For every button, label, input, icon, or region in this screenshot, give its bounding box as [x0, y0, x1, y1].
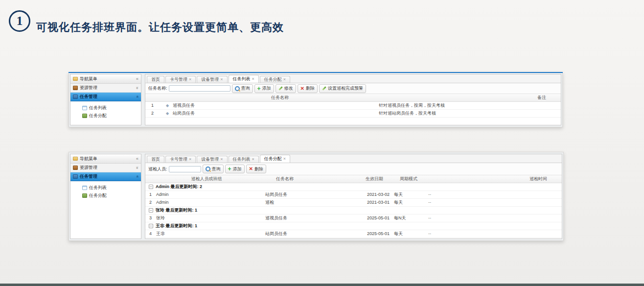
- inspector-label: 巡检人员:: [148, 166, 167, 172]
- tab-home[interactable]: 首页: [147, 76, 164, 83]
- chevron-up-icon[interactable]: «: [135, 175, 139, 178]
- close-tab-icon[interactable]: ×: [220, 77, 223, 82]
- query-button[interactable]: 查询: [203, 165, 224, 173]
- search-icon: [235, 86, 240, 91]
- button-label: 设置巡检完成预警: [328, 85, 363, 92]
- sidebar-item-task-list[interactable]: 任务列表: [70, 184, 141, 191]
- tab-task-assign[interactable]: 任务分配×: [260, 155, 290, 163]
- sidebar-item-label: 任务分配: [89, 192, 107, 199]
- plus-icon: +: [228, 166, 231, 172]
- tab-label: 首页: [151, 156, 160, 163]
- column-header-task-name[interactable]: 任务名称: [236, 175, 334, 183]
- sidebar-item-task-assign[interactable]: 任务分配: [70, 191, 141, 199]
- table-row[interactable]: 2 ◆ 站岗员任务 针对巡站岗员任务，按天考核: [145, 110, 561, 118]
- tab-device-manage[interactable]: 设备管理×: [197, 156, 227, 163]
- tab-label: 设备管理: [201, 156, 219, 163]
- delete-button[interactable]: ✕删除: [298, 84, 318, 93]
- group-row[interactable]: − 张玲 最后更新时间: 1: [145, 207, 562, 214]
- table-header-row: 巡检人员或班组 任务名称 生效日期 周期模式 巡检时间: [145, 175, 562, 183]
- pencil-icon: [278, 86, 282, 90]
- add-button[interactable]: +添加: [225, 165, 245, 173]
- chevron-down-icon[interactable]: «: [135, 167, 139, 169]
- cell-person: Admin: [156, 199, 169, 206]
- column-header-time[interactable]: 巡检时间: [514, 175, 562, 183]
- task-name-input[interactable]: [169, 85, 230, 92]
- tab-label: 设备管理: [201, 76, 219, 83]
- nav-menu-header: 导航菜单 «: [70, 154, 141, 164]
- close-tab-icon[interactable]: ×: [283, 77, 286, 82]
- cell-inspection-time: --: [428, 214, 431, 222]
- cell-cycle-mode: 每天: [394, 191, 403, 198]
- cell-row-number: 1: [151, 102, 154, 109]
- chevron-down-icon[interactable]: «: [135, 87, 139, 89]
- cell-cycle-mode: 每天: [394, 230, 403, 238]
- slide-canvas: 1 可视化任务排班界面。让任务设置更简单、更高效 导航菜单 « 资源管理 « 任…: [0, 0, 644, 286]
- sidebar-item-list: 任务列表 任务分配: [70, 181, 141, 199]
- close-tab-icon[interactable]: ×: [220, 157, 223, 162]
- sidebar-group-task[interactable]: 任务管理 «: [70, 93, 141, 101]
- main-panel: 首页 卡号管理× 设备管理× 任务列表× 任务分配× 巡检人员: 查询 +添加 …: [145, 154, 562, 239]
- column-header-remark[interactable]: 备注: [522, 94, 561, 101]
- table-row[interactable]: 1 Admin 站岗员任务 2021-03-02 每天 --: [145, 191, 562, 199]
- collapse-group-icon[interactable]: −: [149, 208, 153, 213]
- cell-task-name: 巡视员任务: [265, 214, 287, 222]
- sidebar-item-task-list[interactable]: 任务列表: [70, 104, 141, 112]
- sidebar-group-resource[interactable]: 资源管理 «: [70, 164, 141, 172]
- tab-task-list[interactable]: 任务列表×: [229, 156, 259, 163]
- tab-card-manage[interactable]: 卡号管理×: [165, 76, 196, 83]
- tab-task-assign[interactable]: 任务分配×: [260, 76, 290, 83]
- close-tab-icon[interactable]: ×: [189, 77, 191, 82]
- tab-card-manage[interactable]: 卡号管理×: [165, 156, 196, 163]
- tab-device-manage[interactable]: 设备管理×: [197, 76, 227, 83]
- column-header-task-name[interactable]: 任务名称: [145, 94, 414, 101]
- delete-icon: ✕: [249, 167, 253, 171]
- table-row[interactable]: 2 Admin 巡检 2021-03-01 每天 --: [145, 199, 562, 207]
- folder-icon: [73, 77, 78, 81]
- tab-task-list[interactable]: 任务列表×: [229, 75, 259, 83]
- sidebar-group-label: 任务管理: [80, 94, 134, 100]
- task-list-icon: [82, 106, 87, 110]
- sidebar-item-task-assign[interactable]: 任务分配: [70, 112, 141, 119]
- delete-button[interactable]: ✕删除: [246, 165, 266, 173]
- cell-row-number: 2: [149, 199, 152, 206]
- button-label: 查询: [212, 166, 221, 172]
- delete-icon: ✕: [300, 86, 304, 91]
- table-row[interactable]: 1 ◆ 巡视员任务 针对巡视员任务，按周，按天考核: [145, 102, 561, 110]
- close-tab-icon[interactable]: ×: [189, 157, 191, 162]
- table-row[interactable]: 3 张玲 巡视员任务 2025-05-01 每N天 --: [145, 214, 562, 222]
- cell-effective-date: 2021-03-01: [367, 199, 390, 206]
- cell-inspection-time: --: [428, 230, 431, 238]
- inspector-input[interactable]: [169, 166, 201, 172]
- tab-home[interactable]: 首页: [147, 156, 164, 163]
- sidebar-group-task[interactable]: 任务管理 «: [70, 172, 141, 181]
- tab-label: 任务列表: [233, 76, 251, 82]
- close-tab-icon[interactable]: ×: [252, 77, 254, 81]
- sidebar-group-resource[interactable]: 资源管理 «: [70, 84, 141, 93]
- modify-button[interactable]: 修改: [276, 84, 296, 93]
- cell-row-number: 2: [151, 110, 154, 117]
- sidebar-group-label: 任务管理: [80, 173, 134, 180]
- cell-row-number: 3: [149, 214, 152, 222]
- group-label: Admin 最后更新时间: 2: [156, 183, 202, 191]
- task-list-icon: [82, 186, 87, 190]
- close-tab-icon[interactable]: ×: [252, 157, 254, 162]
- query-button[interactable]: 查询: [232, 84, 253, 93]
- collapse-group-icon[interactable]: −: [149, 224, 153, 228]
- table-row[interactable]: 4 王非 站岗员任务 2025-05-01 每天 --: [145, 230, 562, 238]
- column-header-date[interactable]: 生效日期: [355, 175, 394, 183]
- collapse-group-icon[interactable]: −: [149, 185, 153, 189]
- cell-task-name: 站岗员任务: [265, 191, 287, 198]
- column-header-cycle[interactable]: 周期模式: [389, 175, 428, 183]
- chevron-up-icon[interactable]: «: [135, 95, 139, 98]
- pencil-icon: [322, 86, 326, 90]
- group-row[interactable]: − Admin 最后更新时间: 2: [145, 183, 562, 191]
- collapse-sidebar-icon[interactable]: «: [136, 77, 138, 81]
- close-tab-icon[interactable]: ×: [283, 157, 286, 161]
- set-inspection-warning-button[interactable]: 设置巡检完成预警: [319, 84, 366, 93]
- cell-remark: 针对巡站岗员任务，按天考核: [379, 110, 436, 117]
- collapse-sidebar-icon[interactable]: «: [136, 157, 138, 161]
- plus-icon: +: [257, 86, 261, 92]
- group-row[interactable]: − 王非 最后更新时间: 1: [145, 222, 562, 230]
- add-button[interactable]: +添加: [254, 84, 274, 93]
- slide-title: 可视化任务排班界面。让任务设置更简单、更高效: [36, 20, 284, 35]
